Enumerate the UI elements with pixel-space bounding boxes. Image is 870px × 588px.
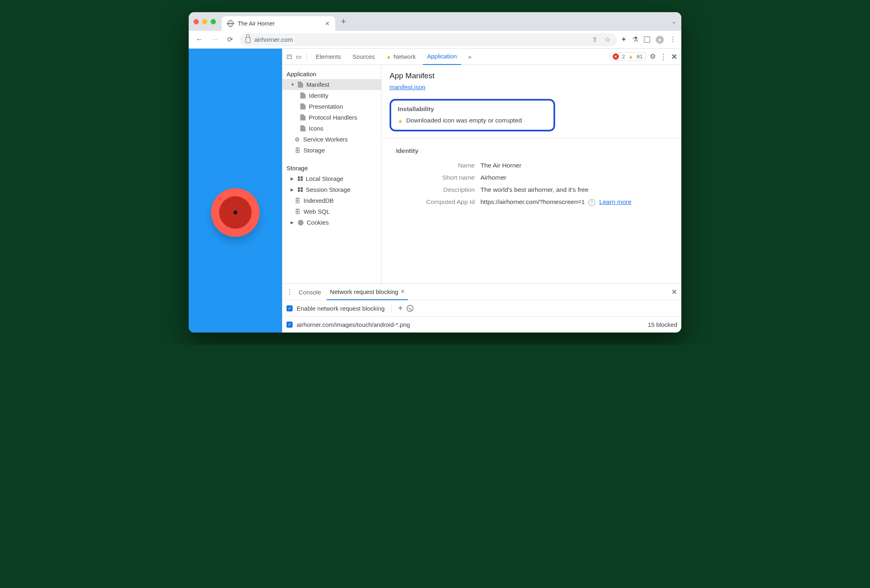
learn-more-link[interactable]: Learn more (599, 198, 631, 205)
chevron-right-icon: ▶ (291, 176, 295, 181)
sidebar-item-session-storage[interactable]: ▶ Session Storage (282, 184, 381, 195)
chevron-right-icon: ▶ (291, 220, 295, 225)
identity-row-shortname: Short name Airhorner (390, 172, 673, 184)
sidebar-item-icons[interactable]: Icons (282, 123, 381, 134)
sidebar-section-storage: Storage (282, 161, 381, 173)
close-window-button[interactable] (194, 19, 199, 24)
sidebar-item-identity[interactable]: Identity (282, 90, 381, 101)
minimize-window-button[interactable] (202, 19, 207, 24)
inspect-icon[interactable]: ⮹ (286, 53, 293, 60)
url-text: airhorner.com (254, 36, 293, 43)
tab-application[interactable]: Application (423, 49, 461, 65)
warning-icon: ▲ (386, 54, 392, 60)
browser-tab[interactable]: The Air Horner × (222, 16, 335, 31)
navigation-toolbar: ← → ⟳ airhorner.com ⇧ ☆ ✦ ⚗ ● ⋮ (189, 31, 681, 49)
sidebar-item-protocol-handlers[interactable]: Protocol Handlers (282, 112, 381, 123)
tab-network[interactable]: ▲ Network (382, 49, 420, 65)
lock-icon (245, 37, 250, 43)
gear-icon: ⚙ (295, 136, 300, 143)
cookie-icon (298, 220, 304, 225)
tabs-menu-button[interactable]: ⌄ (672, 18, 676, 25)
forward-button[interactable]: → (209, 35, 220, 44)
grid-icon (298, 187, 303, 192)
warning-icon: ▲ (628, 54, 633, 60)
maximize-window-button[interactable] (211, 19, 216, 24)
enable-blocking-label: Enable network request blocking (297, 305, 385, 312)
share-icon[interactable]: ⇧ (591, 36, 598, 43)
drawer-tab-console[interactable]: Console (295, 284, 324, 300)
tab-title: The Air Horner (238, 20, 275, 27)
tab-elements[interactable]: Elements (312, 49, 345, 65)
more-tabs-button[interactable]: » (464, 49, 476, 65)
close-tab-button[interactable]: × (325, 19, 329, 28)
new-tab-button[interactable]: + (341, 16, 346, 27)
identity-row-name: Name The Air Horner (390, 159, 673, 172)
document-icon (300, 92, 306, 99)
error-icon: ✕ (613, 54, 619, 60)
sidebar-item-storage[interactable]: 🗄 Storage (282, 145, 381, 156)
settings-icon[interactable]: ⚙ (650, 52, 656, 61)
warning-icon: ▲ (398, 118, 403, 124)
devtools-menu-button[interactable]: ⋮ (660, 52, 667, 61)
document-icon (300, 114, 306, 120)
sidebar-item-service-workers[interactable]: ⚙ Service Workers (282, 134, 381, 145)
drawer-tabbar: ⋮ Console Network request blocking × ✕ (282, 284, 681, 300)
address-bar[interactable]: airhorner.com ⇧ ☆ (240, 33, 617, 46)
bookmark-icon[interactable]: ☆ (604, 36, 611, 43)
close-devtools-button[interactable]: ✕ (671, 52, 677, 61)
identity-section-title: Identity (396, 147, 673, 155)
browser-window: The Air Horner × + ⌄ ← → ⟳ airhorner.com… (189, 12, 681, 333)
globe-icon (227, 20, 234, 27)
manifest-main-panel: App Manifest manifest.json Installabilit… (381, 65, 681, 283)
identity-row-appid: Computed App Id https://airhorner.com/?h… (390, 196, 673, 208)
drawer-menu-button[interactable]: ⋮ (286, 288, 293, 296)
sidebar-item-presentation[interactable]: Presentation (282, 101, 381, 112)
page-viewport (189, 49, 282, 333)
side-panel-icon[interactable] (644, 36, 650, 43)
issues-badge[interactable]: ✕2 ▲81 (610, 52, 646, 61)
help-icon[interactable]: ? (588, 199, 595, 206)
sidebar-item-websql[interactable]: 🗄 Web SQL (282, 206, 381, 217)
sidebar-section-application: Application (282, 67, 381, 79)
window-controls (194, 19, 216, 24)
tab-strip: The Air Horner × + ⌄ (189, 12, 681, 31)
pattern-checkbox[interactable]: ✓ (286, 322, 293, 328)
pattern-text: airhorner.com/images/touch/android-*.png (297, 321, 410, 328)
chrome-menu-button[interactable]: ⋮ (670, 35, 676, 44)
clear-all-icon[interactable] (407, 305, 413, 312)
sidebar-item-manifest[interactable]: ▼ Manifest (282, 79, 381, 90)
tab-sources[interactable]: Sources (349, 49, 379, 65)
devtools-tabbar: ⮹ ▭ Elements Sources ▲ Network Applicati… (282, 49, 681, 65)
sidebar-item-cookies[interactable]: ▶ Cookies (282, 217, 381, 228)
devtools-drawer: ⋮ Console Network request blocking × ✕ ✓… (282, 283, 681, 333)
drawer-pattern-row: ✓ airhorner.com/images/touch/android-*.p… (282, 316, 681, 333)
device-toolbar-icon[interactable]: ▭ (296, 53, 301, 60)
chevron-right-icon: ▶ (291, 187, 295, 192)
labs-icon[interactable]: ⚗ (632, 35, 638, 44)
database-icon: 🗄 (295, 147, 300, 154)
chevron-down-icon: ▼ (291, 82, 295, 87)
sidebar-item-indexeddb[interactable]: 🗄 IndexedDB (282, 195, 381, 206)
close-drawer-button[interactable]: ✕ (671, 288, 677, 296)
database-icon: 🗄 (295, 197, 300, 204)
devtools-panel: ⮹ ▭ Elements Sources ▲ Network Applicati… (282, 49, 681, 333)
enable-blocking-checkbox[interactable]: ✓ (286, 305, 293, 311)
sidebar-item-local-storage[interactable]: ▶ Local Storage (282, 173, 381, 184)
profile-avatar[interactable]: ● (656, 36, 664, 44)
add-pattern-button[interactable]: + (398, 304, 403, 313)
extension-icons: ✦ ⚗ ● ⋮ (621, 35, 676, 44)
manifest-link[interactable]: manifest.json (390, 84, 425, 90)
extensions-icon[interactable]: ✦ (621, 35, 627, 44)
installability-message: Downloaded icon was empty or corrupted (406, 117, 522, 124)
reload-button[interactable]: ⟳ (224, 35, 236, 44)
installability-section: Installability ▲ Downloaded icon was emp… (390, 99, 555, 131)
back-button[interactable]: ← (194, 35, 205, 44)
manifest-heading: App Manifest (390, 71, 673, 80)
database-icon: 🗄 (295, 208, 300, 215)
document-icon (300, 103, 306, 109)
identity-row-description: Description The world's best airhorner, … (390, 184, 673, 196)
drawer-enable-row: ✓ Enable network request blocking + (282, 300, 681, 316)
close-drawer-tab-button[interactable]: × (401, 288, 404, 295)
drawer-tab-network-request-blocking[interactable]: Network request blocking × (327, 284, 408, 300)
airhorn-button[interactable] (211, 188, 260, 237)
